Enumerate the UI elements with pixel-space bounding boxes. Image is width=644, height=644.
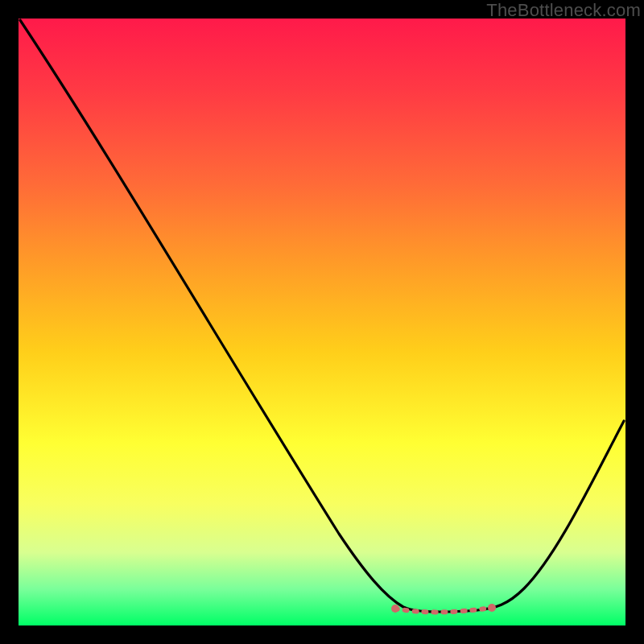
watermark-text: TheBottleneck.com	[486, 0, 641, 21]
chart-svg	[19, 19, 625, 625]
bottleneck-curve	[20, 20, 624, 612]
chart-plot-area	[19, 19, 625, 625]
plateau-marker-dot-right	[488, 604, 496, 612]
plateau-marker-dot-left	[391, 605, 399, 613]
